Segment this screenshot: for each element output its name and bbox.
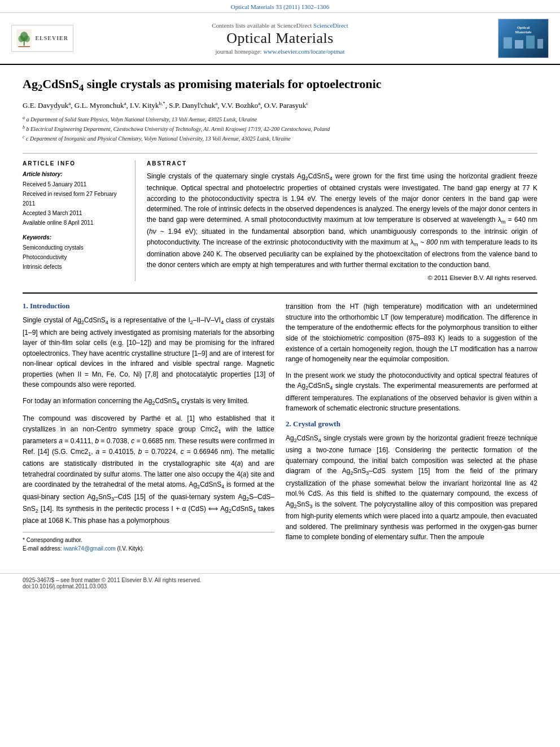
journal-title: Optical Materials [73, 30, 487, 47]
corresponding-author-note: * Corresponding author. [23, 536, 274, 544]
elsevier-text: ELSEVIER [35, 35, 68, 42]
keywords-section: Keywords: Semiconducting crystals Photoc… [23, 234, 126, 272]
section2-heading: 2. Crystal growth [286, 420, 537, 429]
info-abstract-section: ARTICLE INFO Article history: Received 5… [23, 153, 537, 282]
abstract-column: ABSTRACT Single crystals of the quaterna… [147, 160, 537, 282]
revised-date: Received in revised form 27 February 201… [23, 189, 126, 208]
body-para-1: Single crystal of Ag2CdSnS4 is a represe… [23, 315, 274, 390]
svg-rect-6 [526, 36, 535, 49]
keywords-label: Keywords: [23, 234, 126, 241]
doi-line: doi:10.1016/j.optmat.2011.03.003 [23, 583, 537, 589]
svg-point-2 [18, 36, 24, 42]
body-para-5: In the present work we study the photoco… [286, 370, 537, 414]
issn-line: 0925-3467/$ – see front matter © 2011 El… [23, 577, 537, 583]
body-para-4: transition from the HT (high temperature… [286, 302, 537, 365]
body-right-column: transition from the HT (high temperature… [286, 302, 537, 553]
contents-text: Contents lists available at ScienceDirec… [212, 22, 312, 29]
elsevier-tree-icon [16, 28, 32, 49]
keyword-2: Photoconductivity [23, 252, 126, 262]
contents-line: Contents lists available at ScienceDirec… [73, 22, 487, 29]
svg-rect-4 [504, 37, 512, 49]
authors-line: G.E. Davydyuka, G.L. Myronchuka, I.V. Ki… [23, 100, 537, 111]
body-section: 1. Introduction Single crystal of Ag2CdS… [23, 292, 537, 553]
bottom-bar: 0925-3467/$ – see front matter © 2011 El… [0, 573, 560, 593]
body-para-2: For today an information concerning the … [23, 396, 274, 408]
history-label: Article history: [23, 171, 126, 177]
journal-header: ELSEVIER Contents lists available at Sci… [0, 13, 560, 65]
affiliation-b: b b Electrical Engineering Department, C… [23, 124, 537, 134]
section1-heading: 1. Introduction [23, 302, 274, 311]
left-logo-area: ELSEVIER [11, 25, 73, 52]
copyright-line: © 2011 Elsevier B.V. All rights reserved… [147, 274, 537, 281]
footnote-area: * Corresponding author. E-mail address: … [23, 532, 274, 553]
online-date: Available online 8 April 2011 [23, 218, 126, 228]
journal-reference-text: Optical Materials 33 (2011) 1302–1306 [231, 3, 329, 10]
body-left-column: 1. Introduction Single crystal of Ag2CdS… [23, 302, 274, 553]
email-note: E-mail address: iwank74@gmail.com (I.V. … [23, 544, 274, 553]
keyword-3: Intrinsic defects [23, 262, 126, 272]
main-content: Ag2CdSnS4 single crystals as promising m… [0, 65, 560, 564]
journal-center-info: Contents lists available at ScienceDirec… [73, 22, 487, 55]
article-title: Ag2CdSnS4 single crystals as promising m… [23, 76, 537, 94]
affiliations: a a Department of Solid State Physics, V… [23, 115, 537, 144]
homepage-line: journal homepage: www.elsevier.com/locat… [73, 48, 487, 55]
body-para-3: The compound was discovered by Parthé et… [23, 413, 274, 526]
article-info-heading: ARTICLE INFO [23, 160, 126, 167]
svg-rect-7 [537, 39, 543, 49]
body-para-6: Ag2CdSnS4 single crystals were grown by … [286, 433, 537, 543]
right-logo-area: OpticalMaterials [487, 19, 549, 58]
abstract-heading: ABSTRACT [147, 160, 537, 167]
affiliation-a: a a Department of Solid State Physics, V… [23, 115, 537, 124]
optmat-decorative-chart [501, 34, 546, 51]
abstract-text: Single crystals of the quaternary single… [147, 171, 537, 270]
sciencedirect-link[interactable]: ScienceDirect [313, 22, 348, 29]
affiliation-c: c c Department of Inorganic and Physical… [23, 134, 537, 143]
article-history: Article history: Received 5 January 2011… [23, 171, 126, 228]
email-link[interactable]: iwank74@gmail.com [63, 545, 115, 552]
svg-rect-5 [515, 40, 523, 49]
keyword-1: Semiconducting crystals [23, 243, 126, 252]
homepage-label: journal homepage: [216, 48, 262, 55]
accepted-date: Accepted 3 March 2011 [23, 208, 126, 218]
article-info-column: ARTICLE INFO Article history: Received 5… [23, 160, 135, 282]
optmat-thumbnail: OpticalMaterials [498, 19, 549, 58]
homepage-url[interactable]: www.elsevier.com/locate/optmat [263, 48, 344, 55]
received-date: Received 5 January 2011 [23, 180, 126, 189]
svg-point-3 [24, 36, 30, 42]
elsevier-logo: ELSEVIER [11, 25, 73, 52]
journal-reference-bar: Optical Materials 33 (2011) 1302–1306 [0, 0, 560, 13]
